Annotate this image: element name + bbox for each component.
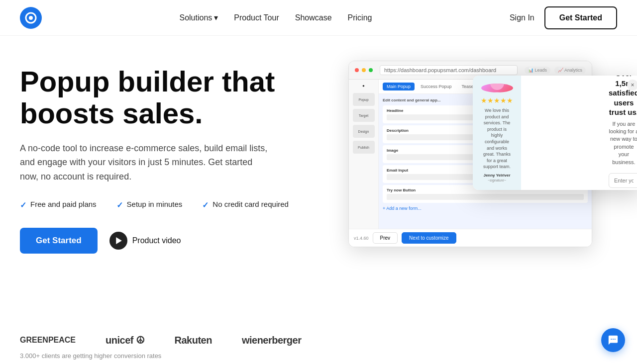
tab-main-popup[interactable]: Main Popup [383, 83, 415, 91]
svg-point-1 [29, 16, 33, 20]
clients-note: 3.000+ clients are getting higher conver… [20, 352, 617, 360]
nav-links: Solutions ▾ Product Tour Showcase Pricin… [179, 13, 372, 22]
nav-product-tour[interactable]: Product Tour [234, 13, 279, 22]
hero-content: Popup builder that boosts sales. A no-co… [20, 66, 299, 254]
tab-success-popup[interactable]: Success Popup [417, 83, 456, 91]
popup-body: ★★★★★ We love this product and services.… [473, 76, 637, 190]
hero-checks: ✓ Free and paid plans ✓ Setup in minutes… [20, 200, 299, 210]
logos-row: GREENPEACE unicef ☮ Rakuten wienerberger [20, 334, 617, 346]
popup-testimonial: ★★★★★ We love this product and services.… [473, 76, 521, 190]
nav-get-started-button[interactable]: Get Started [544, 6, 617, 29]
popup-bottom-bar: v1.4.60 Prev Next to customize [349, 229, 592, 247]
popup-cta-section: Over 1,5m satisfied users trust us. If y… [601, 76, 637, 190]
nav-actions: Sign In Get Started [510, 6, 617, 29]
logo-wienerberger: wienerberger [242, 335, 302, 346]
review-stars: ★★★★★ [481, 96, 513, 104]
hero-get-started-button[interactable]: Get Started [20, 228, 98, 254]
stat-analytics: 📈 Analytics [554, 67, 586, 74]
popup-subtext: If you are looking for a new way to prom… [609, 120, 637, 166]
svg-marker-2 [116, 237, 122, 244]
hero-subtitle: A no-code tool to increase e-commerce sa… [20, 141, 269, 184]
reviewer-signature: ~signature~ [488, 179, 506, 182]
product-video-label: Product video [132, 236, 181, 245]
sidebar-tab-design[interactable]: Design [353, 125, 375, 138]
sidebar-tab-publish[interactable]: Publish [353, 141, 375, 154]
nav-pricing[interactable]: Pricing [348, 13, 372, 22]
hero-section: Popup builder that boosts sales. A no-co… [0, 36, 637, 324]
reviewer-name: Jenny Yelriver [483, 173, 510, 178]
svg-point-3 [490, 84, 504, 90]
check-setup: ✓ Setup in minutes [116, 200, 183, 210]
browser-url-bar: https://dashboard.popupsmart.com/dashboa… [380, 65, 518, 75]
checkmark-icon: ✓ [202, 200, 209, 210]
nav-showcase[interactable]: Showcase [295, 13, 332, 22]
hero-title: Popup builder that boosts sales. [20, 66, 299, 129]
svg-point-4 [487, 92, 507, 92]
review-text: We love this product and services. The p… [481, 107, 513, 170]
check-free-plans: ✓ Free and paid plans [20, 200, 97, 210]
navigation: Solutions ▾ Product Tour Showcase Pricin… [0, 0, 637, 36]
editor-logo-mini: ● [362, 84, 365, 88]
hero-buttons: Get Started Product video [20, 228, 299, 254]
browser-dot-green [369, 68, 373, 72]
logo-greenpeace: GREENPEACE [20, 336, 76, 345]
hero-mockup: https://dashboard.popupsmart.com/dashboa… [299, 61, 617, 260]
product-video-link[interactable]: Product video [109, 232, 181, 250]
logo-rakuten: Rakuten [174, 335, 212, 346]
chevron-down-icon: ▾ [214, 13, 218, 22]
logos-section: GREENPEACE unicef ☮ Rakuten wienerberger… [0, 324, 637, 364]
editor-sidebar: ● Popup Target Design Publish [349, 80, 379, 229]
popup-preview: × ★★★★★ We love this product and service… [473, 76, 637, 190]
sidebar-tab-target[interactable]: Target [353, 109, 375, 122]
popup-close-button[interactable]: × [627, 80, 637, 91]
prev-button[interactable]: Prev [373, 232, 398, 244]
stat-leads: 📊 Leads [525, 67, 550, 74]
browser-dot-red [355, 68, 359, 72]
logo-unicef: unicef ☮ [106, 334, 144, 346]
checkmark-icon: ✓ [20, 200, 26, 210]
mockup-wrapper: https://dashboard.popupsmart.com/dashboa… [348, 61, 617, 260]
sign-in-link[interactable]: Sign In [510, 13, 534, 22]
play-icon [109, 232, 127, 250]
add-new-form-link[interactable]: + Add a new form... [383, 206, 588, 211]
chat-bubble-button[interactable] [601, 328, 625, 352]
nav-solutions[interactable]: Solutions ▾ [179, 13, 218, 22]
logo[interactable] [20, 7, 42, 29]
logo-icon [20, 7, 42, 29]
reviewer-avatar [481, 84, 513, 92]
check-no-credit-card: ✓ No credit card required [202, 200, 289, 210]
popup-email-input[interactable] [609, 173, 637, 188]
version-label: v1.4.60 [354, 236, 369, 241]
next-button[interactable]: Next to customize [402, 232, 456, 244]
browser-dot-yellow [362, 68, 366, 72]
checkmark-icon: ✓ [116, 200, 123, 210]
sidebar-tab-popup[interactable]: Popup [353, 93, 375, 106]
